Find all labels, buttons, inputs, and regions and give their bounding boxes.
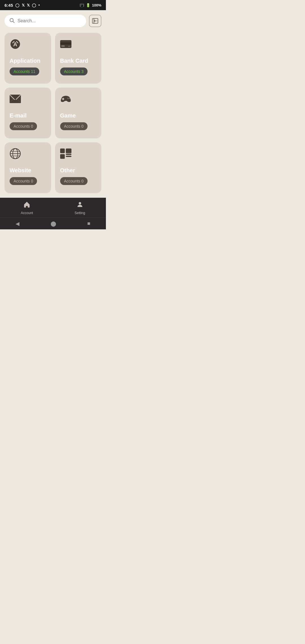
vibrate-icon: 📳 [80,3,84,7]
twitter-icon-2: 𝕏 [27,3,30,7]
svg-point-21 [67,98,69,99]
card-game-title: Game [60,112,97,119]
card-other-badge: Accounts 0 [60,177,88,185]
app-store-icon: A [10,38,46,50]
svg-rect-29 [66,149,71,153]
globe-icon [10,148,46,159]
recents-button[interactable]: ■ [82,219,96,228]
credit-card-icon [60,38,97,50]
card-application-badge: Accounts 11 [10,68,39,75]
facebook-icon-1: ◯ [15,3,19,7]
svg-text:A: A [13,41,17,47]
card-bank-card-badge: Accounts 3 [60,68,88,75]
email-icon [10,93,46,105]
card-other-title: Other [60,167,97,174]
card-game-badge: Accounts 0 [60,122,88,130]
svg-rect-30 [60,154,65,159]
battery-level: 100% [92,3,101,7]
card-website-badge: Accounts 0 [10,177,37,185]
nav-account-label: Account [21,211,33,215]
other-icon [60,148,97,159]
nav-item-account[interactable]: Account [21,201,33,215]
status-time: 6:45 [5,3,13,8]
svg-rect-11 [61,45,65,47]
svg-rect-31 [66,156,71,157]
card-game[interactable]: Game Accounts 0 [55,88,102,138]
svg-point-33 [79,202,81,204]
person-icon [76,201,84,210]
battery-icon: 🔋 [86,3,90,7]
search-bar [5,15,86,27]
home-icon [23,201,30,210]
facebook-icon-2: ◯ [32,3,36,7]
svg-rect-28 [60,149,65,153]
status-bar: 6:45 ◯ 𝕏 𝕏 ◯ • 📳 🔋 100% [0,0,106,10]
card-application[interactable]: A Application Accounts 11 [5,33,51,84]
card-bank-card-title: Bank Card [60,58,97,64]
svg-rect-10 [60,42,71,45]
android-nav-bar: ◀ ⬤ ■ [0,217,106,229]
search-area [0,10,106,31]
svg-line-1 [13,21,14,23]
nav-item-setting[interactable]: Setting [75,201,85,215]
card-application-title: Application [10,58,46,64]
svg-rect-32 [66,154,71,155]
card-other[interactable]: Other Accounts 0 [55,142,102,193]
card-email[interactable]: E-mail Accounts 0 [5,88,51,138]
card-email-badge: Accounts 0 [10,122,37,130]
card-grid: A Application Accounts 11 Bank Card Acco… [0,31,106,198]
svg-point-3 [94,20,95,21]
nav-setting-label: Setting [75,211,85,215]
game-icon [60,93,97,105]
card-website-title: Website [10,167,46,174]
home-button[interactable]: ⬤ [45,219,62,228]
svg-rect-12 [68,46,70,47]
card-email-title: E-mail [10,112,46,119]
svg-rect-20 [62,99,64,99]
search-icon [9,18,15,24]
vault-button[interactable] [89,15,101,27]
back-button[interactable]: ◀ [10,219,25,228]
svg-point-22 [69,98,70,99]
dot-indicator: • [38,3,40,7]
twitter-icon-1: 𝕏 [22,3,25,7]
card-bank-card[interactable]: Bank Card Accounts 3 [55,33,102,84]
search-input[interactable] [18,18,82,23]
bottom-nav: Account Setting [0,198,106,217]
card-website[interactable]: Website Accounts 0 [5,142,51,193]
